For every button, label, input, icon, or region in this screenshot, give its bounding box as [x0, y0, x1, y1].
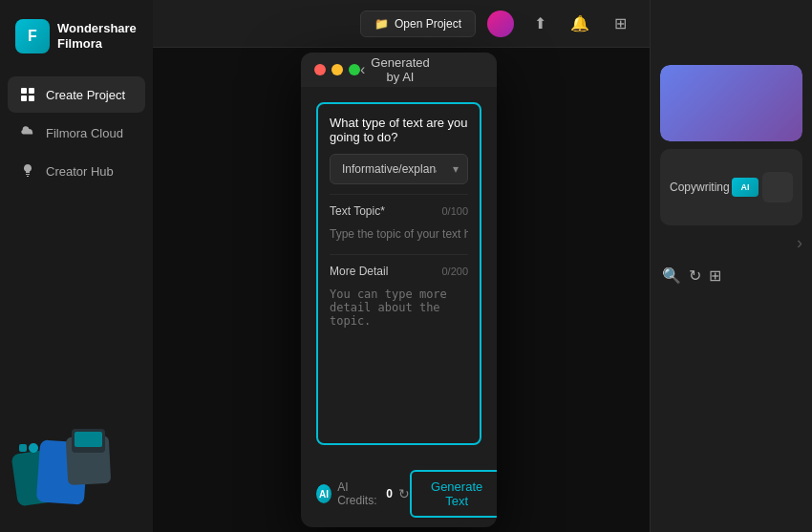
ai-icon: AI: [316, 484, 331, 503]
topbar: 📁 Open Project ⬆ 🔔 ⊞: [153, 0, 650, 48]
text-type-select[interactable]: Informative/explanatory article Creative…: [330, 154, 468, 184]
cloud-icon: [19, 124, 36, 141]
svg-rect-10: [19, 444, 27, 452]
modal-title: Generated by AI: [371, 55, 429, 84]
main-content: 📁 Open Project ⬆ 🔔 ⊞: [153, 0, 650, 532]
svg-rect-8: [75, 432, 102, 447]
form-question: What type of text are you going to do?: [330, 116, 468, 144]
ai-credits-value: 0: [386, 487, 393, 500]
text-topic-section: Text Topic* 0/100: [330, 204, 468, 245]
form-container: What type of text are you going to do? I…: [316, 102, 481, 445]
back-button[interactable]: ‹: [360, 61, 365, 78]
logo-text: Wondershare Filmora: [57, 21, 138, 51]
open-project-button[interactable]: 📁 Open Project: [360, 11, 476, 37]
panel-bottom-icons: 🔍 ↻ ⊞: [660, 261, 802, 290]
more-detail-header: More Detail 0/200: [330, 265, 468, 278]
modal-footer: AI AI Credits: 0 ↻ Generate Text: [301, 460, 497, 527]
svg-rect-3: [29, 96, 34, 101]
svg-rect-0: [21, 88, 27, 94]
sidebar-item-label: Creator Hub: [46, 164, 114, 179]
sidebar-logo: F Wondershare Filmora: [0, 8, 153, 69]
workspace: ‹ Generated by AI What type of text are …: [153, 48, 650, 532]
text-type-dropdown-wrapper: Informative/explanatory article Creative…: [330, 154, 468, 184]
more-detail-textarea[interactable]: [330, 284, 468, 432]
sidebar-item-label: Create Project: [46, 88, 125, 102]
ai-generator-modal: ‹ Generated by AI What type of text are …: [301, 53, 497, 527]
folder-icon: 📁: [374, 17, 389, 31]
ai-credits-row: AI AI Credits: 0 ↻: [316, 480, 410, 507]
right-panel: Copywriting AI › 🔍 ↻ ⊞: [650, 0, 812, 532]
minimize-button[interactable]: [331, 64, 343, 75]
svg-point-9: [29, 443, 38, 453]
close-button[interactable]: [314, 64, 326, 75]
more-detail-counter: 0/200: [441, 266, 468, 277]
grid-icon: [19, 86, 36, 103]
ai-badge: AI: [732, 178, 759, 197]
lightbulb-icon: [19, 162, 36, 180]
sidebar-item-creator-hub[interactable]: Creator Hub: [8, 153, 145, 189]
ai-credits-label: AI Credits:: [337, 480, 380, 507]
text-topic-header: Text Topic* 0/100: [330, 204, 468, 218]
text-topic-input[interactable]: [330, 223, 468, 245]
modal-titlebar: ‹ Generated by AI: [301, 53, 497, 87]
panel-card-ai[interactable]: Copywriting AI: [660, 149, 802, 225]
more-detail-label: More Detail: [330, 265, 388, 278]
upload-button[interactable]: ⬆: [525, 10, 554, 38]
maximize-button[interactable]: [349, 64, 360, 75]
layout-icon[interactable]: ⊞: [709, 266, 721, 285]
notification-button[interactable]: 🔔: [566, 10, 594, 38]
right-panel-spacer: [660, 10, 802, 57]
sidebar-navigation: Create Project Filmora Cloud Creator Hub: [0, 69, 153, 197]
app-background: F Wondershare Filmora Create Project: [0, 0, 812, 532]
ai-card-thumbnail: [762, 172, 793, 202]
generate-text-button[interactable]: Generate Text: [410, 470, 497, 518]
panel-chevron-row: ›: [660, 233, 802, 253]
modal-body: What type of text are you going to do? I…: [301, 87, 497, 460]
more-detail-section: More Detail 0/200: [330, 265, 468, 432]
sidebar-illustration: [5, 408, 143, 513]
grid-view-button[interactable]: ⊞: [606, 10, 634, 38]
window-controls: [314, 64, 360, 75]
sidebar-item-filmora-cloud[interactable]: Filmora Cloud: [8, 115, 145, 151]
panel-card-gradient: [660, 65, 802, 141]
copywriting-label: Copywriting: [670, 181, 730, 194]
search-icon[interactable]: 🔍: [662, 266, 681, 285]
sidebar-item-label: Filmora Cloud: [46, 126, 123, 140]
sidebar: F Wondershare Filmora Create Project: [0, 0, 153, 532]
svg-rect-2: [21, 96, 27, 101]
right-chevron-icon[interactable]: ›: [797, 233, 802, 253]
reload-icon[interactable]: ↻: [689, 266, 701, 285]
divider-2: [330, 254, 468, 255]
text-topic-counter: 0/100: [441, 205, 468, 217]
svg-rect-1: [29, 88, 34, 94]
divider: [330, 194, 468, 195]
gradient-card: [660, 65, 802, 141]
text-topic-label: Text Topic*: [330, 204, 385, 218]
logo-icon: F: [15, 19, 50, 53]
refresh-icon[interactable]: ↻: [398, 486, 410, 501]
avatar: [487, 11, 514, 37]
sidebar-item-create-project[interactable]: Create Project: [8, 76, 145, 113]
